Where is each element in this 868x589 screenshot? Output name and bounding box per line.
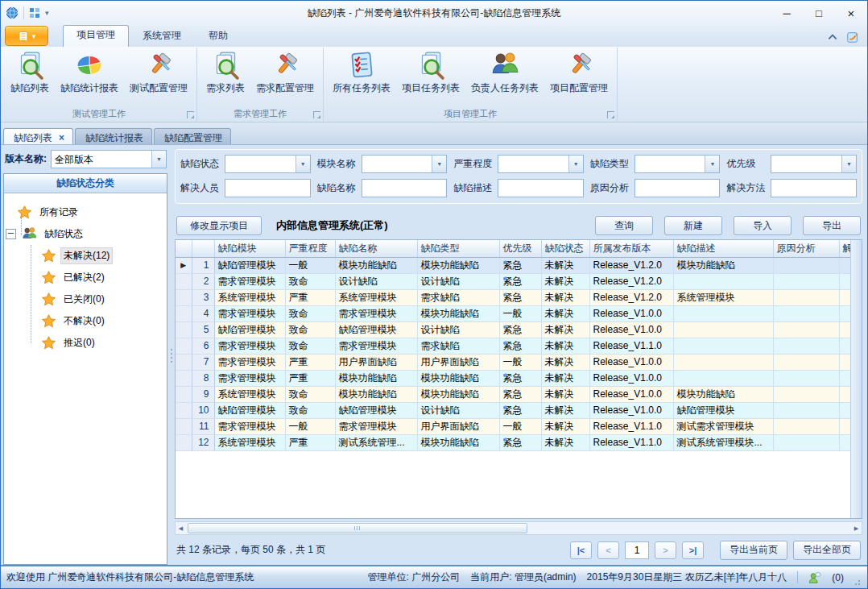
dialog-launcher-icon[interactable] xyxy=(313,111,320,118)
first-page-button[interactable]: |< xyxy=(570,541,592,559)
test-config-mgmt-button[interactable]: 测试配置管理 xyxy=(124,49,193,97)
import-button[interactable]: 导入 xyxy=(734,216,792,235)
export-current-page-button[interactable]: 导出当前页 xyxy=(720,541,787,560)
dialog-launcher-icon[interactable] xyxy=(607,111,614,118)
table-row[interactable]: 4需求管理模块致命需求管理模块模块功能缺陷一般未解决Release_V1.0.0 xyxy=(176,305,850,321)
table-row[interactable]: 5缺陷管理模块致命缺陷管理模块设计缺陷紧急未解决Release_V1.0.0 xyxy=(176,321,850,338)
dropdown-arrow-icon[interactable]: ▼ xyxy=(841,156,856,172)
column-header-solution[interactable]: 解决方法 xyxy=(839,240,850,257)
defect-type-input[interactable] xyxy=(635,156,705,172)
cause-analysis-input[interactable] xyxy=(635,180,720,197)
column-header-severity[interactable]: 严重程度 xyxy=(285,240,335,257)
prev-page-button[interactable]: < xyxy=(597,541,619,559)
export-all-pages-button[interactable]: 导出全部页 xyxy=(793,541,861,560)
table-row[interactable]: 6需求管理模块致命需求管理模块需求缺陷紧急未解决Release_V1.1.0 xyxy=(176,338,850,354)
cell-type: 设计缺陷 xyxy=(417,402,499,418)
tree-item-wont-fix[interactable]: 不解决(0) xyxy=(4,310,167,332)
table-row[interactable]: 10缺陷管理模块致命缺陷管理模块设计缺陷紧急未解决Release_V1.0.0缺… xyxy=(176,402,850,418)
tree-item-closed[interactable]: 已关闭(0) xyxy=(4,288,167,310)
horizontal-scrollbar[interactable]: ◀ ▶ xyxy=(175,521,862,535)
cause-analysis-filter: 原因分析 xyxy=(590,179,721,197)
ribbon-button-label: 需求配置管理 xyxy=(256,81,314,95)
last-page-button[interactable]: >| xyxy=(682,541,704,559)
column-header-analysis[interactable]: 原因分析 xyxy=(773,240,839,257)
column-header-version[interactable]: 所属发布版本 xyxy=(589,240,673,257)
module-name-input[interactable] xyxy=(362,156,432,172)
column-header-status[interactable]: 缺陷状态 xyxy=(541,240,589,257)
table-row[interactable]: 12系统管理模块严重测试系统管理...模块功能缺陷紧急未解决Release_V1… xyxy=(176,434,850,450)
table-row[interactable]: ▶1缺陷管理模块一般模块功能缺陷模块功能缺陷紧急未解决Release_V1.2.… xyxy=(176,257,850,273)
export-button[interactable]: 导出 xyxy=(803,216,861,235)
ribbon-tab-system-mgmt[interactable]: 系统管理 xyxy=(129,26,195,47)
column-header-priority[interactable]: 优先级 xyxy=(499,240,541,257)
table-row[interactable]: 2需求管理模块致命设计缺陷设计缺陷紧急未解决Release_V1.2.0 xyxy=(176,273,850,289)
tree-item-defect-status[interactable]: 缺陷状态 xyxy=(4,223,167,245)
version-select[interactable]: 全部版本 ▼ xyxy=(51,150,167,168)
column-header-num[interactable] xyxy=(192,240,214,257)
owner-tasks-list-button[interactable]: 负责人任务列表 xyxy=(465,49,544,97)
doc-tab-defect-list[interactable]: 缺陷列表× xyxy=(3,128,73,144)
app-menu-button[interactable]: ▾ xyxy=(5,26,48,46)
vertical-scrollbar[interactable] xyxy=(850,240,862,518)
dropdown-arrow-icon[interactable]: ▼ xyxy=(705,156,719,172)
ribbon-tab-project-mgmt[interactable]: 项目管理 xyxy=(63,25,129,47)
column-header-type[interactable]: 缺陷类型 xyxy=(417,240,499,257)
defect-name-input[interactable] xyxy=(362,180,447,197)
project-tasks-list-button[interactable]: 项目任务列表 xyxy=(396,49,465,97)
table-row[interactable]: 7需求管理模块严重用户界面缺陷用户界面缺陷一般未解决Release_V1.0.0 xyxy=(176,354,850,370)
solution-input[interactable] xyxy=(771,180,856,197)
doc-tab-defect-config-mgmt[interactable]: 缺陷配置管理 xyxy=(154,128,231,144)
project-config-mgmt-button[interactable]: 项目配置管理 xyxy=(544,49,614,97)
dropdown-arrow-icon[interactable]: ▼ xyxy=(568,156,583,172)
defect-list-button[interactable]: 缺陷列表 xyxy=(5,49,55,97)
collapse-icon[interactable] xyxy=(6,229,16,239)
scrollbar-thumb[interactable] xyxy=(188,523,527,533)
table-row[interactable]: 3系统管理模块严重系统管理模块需求缺陷紧急未解决Release_V1.2.0系统… xyxy=(176,289,850,305)
splitter-handle[interactable] xyxy=(167,147,175,565)
close-button[interactable]: × xyxy=(835,2,867,24)
severity-input[interactable] xyxy=(498,156,568,172)
column-header-name[interactable]: 缺陷名称 xyxy=(335,240,417,257)
defect-desc-input[interactable] xyxy=(498,180,583,197)
tree-item-all-records[interactable]: 所有记录 xyxy=(4,201,167,223)
next-page-button[interactable]: > xyxy=(655,541,676,559)
scroll-left-icon[interactable]: ◀ xyxy=(176,525,186,532)
all-tasks-list-button[interactable]: 所有任务列表 xyxy=(327,49,396,97)
table-row[interactable]: 9系统管理模块致命模块功能缺陷模块功能缺陷紧急未解决Release_V1.0.0… xyxy=(176,386,850,402)
maximize-button[interactable]: □ xyxy=(803,2,835,24)
messages-user-icon[interactable] xyxy=(808,571,821,584)
page-number-input[interactable] xyxy=(625,541,649,559)
help-icon[interactable] xyxy=(846,31,859,44)
dropdown-arrow-icon[interactable]: ▼ xyxy=(151,151,166,168)
query-button[interactable]: 查询 xyxy=(595,216,653,235)
close-tab-icon[interactable]: × xyxy=(59,134,64,142)
tree-item-unresolved[interactable]: 未解决(12) xyxy=(4,245,167,267)
table-row[interactable]: 8需求管理模块严重模块功能缺陷模块功能缺陷紧急未解决Release_V1.0.0 xyxy=(176,370,850,386)
defect-stats-report-button[interactable]: 缺陷统计报表 xyxy=(55,49,124,97)
resize-grip[interactable] xyxy=(851,573,861,583)
requirement-list-button[interactable]: 需求列表 xyxy=(200,49,250,97)
priority-input[interactable] xyxy=(771,156,841,172)
doc-tab-defect-stats-report[interactable]: 缺陷统计报表 xyxy=(75,128,152,144)
tree-item-postponed[interactable]: 推迟(0) xyxy=(4,332,167,354)
defect-status-input[interactable] xyxy=(225,156,296,172)
dropdown-arrow-icon[interactable]: ▼ xyxy=(432,156,446,172)
table-row[interactable]: 11需求管理模块一般需求管理模块用户界面缺陷一般未解决Release_V1.1.… xyxy=(176,418,850,434)
new-button[interactable]: 新建 xyxy=(664,216,722,235)
dialog-launcher-icon[interactable] xyxy=(187,111,194,118)
dropdown-arrow-icon[interactable]: ▼ xyxy=(296,156,310,172)
minimize-button[interactable]: ─ xyxy=(771,2,803,24)
modify-display-button[interactable]: 修改显示项目 xyxy=(176,216,262,235)
column-header-desc[interactable]: 缺陷描述 xyxy=(673,240,773,257)
toolbar-caret-icon[interactable]: ▾ xyxy=(45,9,49,17)
resolver-input[interactable] xyxy=(225,180,310,197)
column-header-module[interactable]: 缺陷模块 xyxy=(214,240,285,257)
requirement-config-mgmt-button[interactable]: 需求配置管理 xyxy=(250,49,320,97)
tree-item-resolved[interactable]: 已解决(2) xyxy=(4,267,167,288)
filter-box: 缺陷状态▼模块名称▼严重程度▼缺陷类型▼优先级▼解决人员缺陷名称缺陷描述原因分析… xyxy=(175,149,862,204)
scroll-right-icon[interactable]: ▶ xyxy=(851,525,862,532)
ribbon-tab-help[interactable]: 帮助 xyxy=(195,26,242,47)
customize-toolbar-icon[interactable] xyxy=(29,7,40,19)
collapse-ribbon-icon[interactable] xyxy=(827,31,838,43)
column-header-sel[interactable] xyxy=(176,240,192,257)
